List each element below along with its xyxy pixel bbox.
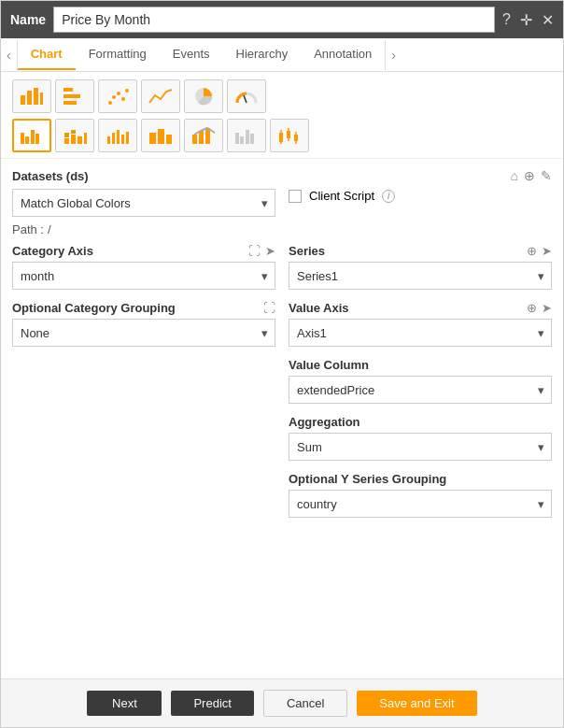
series-select[interactable]: Series1 — [289, 262, 552, 290]
category-axis-label: Category Axis — [12, 244, 93, 258]
svg-rect-17 — [35, 134, 39, 144]
value-axis-add-icon[interactable]: ⊕ — [527, 301, 537, 315]
svg-rect-45 — [294, 135, 298, 141]
svg-rect-31 — [166, 135, 172, 144]
chart-type-combo[interactable] — [184, 119, 223, 152]
svg-line-13 — [244, 95, 247, 103]
value-column-select[interactable]: extendedPrice — [289, 376, 552, 404]
svg-rect-3 — [40, 93, 43, 105]
chart-type-stacked-bar[interactable] — [55, 119, 94, 152]
svg-rect-39 — [279, 133, 283, 142]
svg-rect-33 — [199, 131, 204, 144]
chart-type-hbar[interactable] — [55, 79, 94, 113]
main-container: Name ? ✛ ✕ ‹ Chart Formatting Events Hie… — [0, 0, 564, 728]
tab-chart[interactable]: Chart — [18, 39, 76, 70]
move-icon[interactable]: ✛ — [520, 11, 532, 29]
svg-rect-27 — [121, 135, 124, 144]
datasets-home-icon[interactable]: ⌂ — [511, 168, 518, 183]
chart-type-pie[interactable] — [184, 79, 223, 113]
optional-category-group-icon[interactable]: ⛶ — [263, 301, 275, 315]
datasets-select[interactable]: Match Global Colors — [12, 189, 275, 217]
optional-y-series-grouping-label: Optional Y Series Grouping — [289, 472, 446, 486]
aggregation-header: Aggregation — [289, 415, 552, 429]
series-select-wrapper: Series1 ▾ — [289, 262, 552, 290]
svg-rect-0 — [21, 95, 25, 105]
content-area: Datasets (ds) ⌂ ⊕ ✎ Match Global Colors … — [1, 159, 563, 678]
value-axis-label: Value Axis — [289, 301, 349, 315]
optional-category-grouping-select-wrapper: None ▾ — [12, 319, 275, 347]
title-input[interactable] — [53, 7, 495, 33]
aggregation-select-wrapper: Sum ▾ — [289, 433, 552, 461]
tab-events[interactable]: Events — [160, 39, 223, 70]
datasets-add-icon[interactable]: ⊕ — [524, 168, 535, 183]
optional-y-series-grouping-select-wrapper: country ▾ — [289, 490, 552, 518]
chart-type-gauge[interactable] — [227, 79, 266, 113]
datasets-icons: ⌂ ⊕ ✎ — [511, 168, 552, 183]
path-label: Path : — [12, 222, 44, 236]
close-icon[interactable]: ✕ — [542, 11, 554, 29]
svg-rect-1 — [27, 91, 32, 105]
two-col-layout: Category Axis ⛶ ➤ month ▾ — [12, 244, 552, 529]
chart-type-wide-bar[interactable] — [141, 119, 180, 152]
svg-rect-35 — [235, 133, 239, 144]
chart-type-bar[interactable] — [12, 79, 51, 113]
category-axis-section: Category Axis ⛶ ➤ month ▾ — [12, 244, 275, 290]
nav-arrow-right[interactable]: › — [385, 40, 402, 70]
client-script-checkbox[interactable] — [289, 190, 302, 203]
save-exit-button[interactable]: Save and Exit — [357, 691, 476, 716]
help-icon[interactable]: ? — [502, 11, 511, 29]
chart-type-small-bar[interactable] — [98, 119, 137, 152]
nav-arrow-left[interactable]: ‹ — [1, 40, 18, 70]
aggregation-select[interactable]: Sum — [289, 433, 552, 461]
predict-button[interactable]: Predict — [171, 691, 253, 716]
chart-type-candlestick[interactable] — [270, 119, 309, 152]
datasets-select-wrapper: Match Global Colors ▾ — [12, 189, 275, 217]
svg-rect-26 — [117, 130, 120, 144]
client-script-info-icon[interactable]: i — [382, 190, 395, 203]
svg-rect-23 — [84, 133, 87, 144]
tab-formatting[interactable]: Formatting — [76, 39, 160, 70]
value-axis-section: Value Axis ⊕ ➤ Axis1 ▾ — [289, 301, 552, 347]
path-value: / — [48, 222, 51, 236]
svg-rect-14 — [21, 133, 24, 144]
nav-tabs: ‹ Chart Formatting Events Hierarchy Anno… — [1, 38, 563, 72]
tab-hierarchy[interactable]: Hierarchy — [223, 39, 302, 70]
optional-y-series-grouping-select[interactable]: country — [289, 490, 552, 518]
category-axis-select[interactable]: month — [12, 262, 275, 290]
chart-type-grouped-bar[interactable] — [12, 119, 51, 152]
svg-rect-32 — [192, 135, 197, 144]
category-axis-header: Category Axis ⛶ ➤ — [12, 244, 275, 258]
category-axis-arrow-icon[interactable]: ➤ — [265, 244, 275, 258]
client-script-label: Client Script — [309, 189, 374, 203]
chart-icons-section — [1, 72, 563, 159]
value-axis-arrow-icon[interactable]: ➤ — [542, 301, 552, 315]
optional-category-grouping-select[interactable]: None — [12, 319, 275, 347]
chart-type-area[interactable] — [141, 79, 180, 113]
cancel-button[interactable]: Cancel — [263, 690, 347, 717]
svg-rect-16 — [31, 130, 35, 144]
category-axis-icons: ⛶ ➤ — [248, 244, 275, 258]
datasets-edit-icon[interactable]: ✎ — [541, 168, 552, 183]
value-axis-select[interactable]: Axis1 — [289, 319, 552, 347]
chart-type-scatter[interactable] — [98, 79, 137, 113]
optional-y-series-grouping-header: Optional Y Series Grouping — [289, 472, 552, 486]
series-label: Series — [289, 244, 325, 258]
left-col: Category Axis ⛶ ➤ month ▾ — [12, 244, 275, 529]
chart-type-disabled[interactable] — [227, 119, 266, 152]
series-arrow-icon[interactable]: ➤ — [542, 244, 552, 258]
svg-rect-18 — [64, 138, 69, 144]
series-add-icon[interactable]: ⊕ — [527, 244, 537, 258]
optional-category-icons: ⛶ — [263, 301, 275, 315]
svg-rect-42 — [287, 131, 290, 138]
svg-rect-15 — [25, 136, 29, 144]
next-button[interactable]: Next — [87, 691, 162, 716]
tab-annotation[interactable]: Annotation — [301, 39, 385, 70]
name-label: Name — [10, 12, 46, 27]
aggregation-label: Aggregation — [289, 415, 360, 429]
category-axis-group-icon[interactable]: ⛶ — [248, 244, 261, 258]
optional-category-grouping-section: Optional Category Grouping ⛶ None ▾ — [12, 301, 275, 347]
svg-rect-2 — [34, 88, 38, 105]
svg-rect-24 — [107, 136, 110, 144]
svg-rect-36 — [240, 136, 244, 144]
chart-icons-row-2 — [12, 119, 552, 152]
